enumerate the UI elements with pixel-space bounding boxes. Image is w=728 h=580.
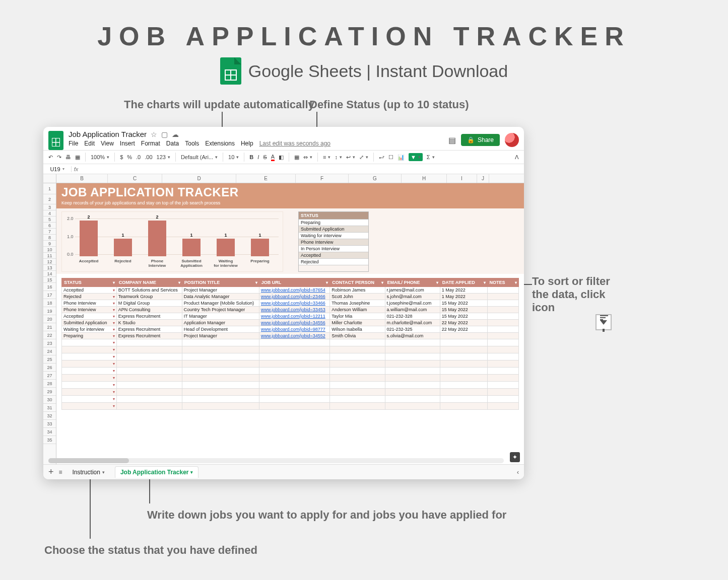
cell-url[interactable]: www.jobboard.com/jobid=12211: [259, 313, 329, 320]
cell-email[interactable]: m.charlotte@mail.com: [385, 320, 440, 326]
cell-date[interactable]: 15 May 2022: [440, 300, 487, 307]
cell-contact[interactable]: Taylor Mia: [330, 313, 385, 320]
comment-button[interactable]: ☐: [388, 154, 393, 161]
cell-company[interactable]: Express Recruitment: [116, 326, 182, 333]
share-button[interactable]: 🔒 Share: [461, 134, 500, 146]
row-header[interactable]: 28: [43, 380, 56, 388]
cell-empty[interactable]: [182, 339, 259, 346]
column-header[interactable]: I: [447, 174, 477, 183]
cell-empty[interactable]: [440, 346, 487, 353]
table-row[interactable]: [62, 346, 519, 353]
cell-url[interactable]: www.jobboard.com/jobid=33453: [259, 307, 329, 313]
cell-empty[interactable]: [330, 368, 385, 375]
cell-email[interactable]: s.john@mail.com: [385, 294, 440, 300]
format-percent[interactable]: %: [127, 154, 132, 160]
add-sheet-button[interactable]: +: [48, 467, 54, 477]
cell-position[interactable]: Project Manager: [182, 287, 259, 294]
menu-help[interactable]: Help: [241, 140, 253, 147]
cell-empty[interactable]: [182, 389, 259, 396]
sheets-app-icon[interactable]: [48, 131, 63, 150]
cell-empty[interactable]: [385, 353, 440, 360]
cell-contact[interactable]: Scott John: [330, 294, 385, 300]
cell-empty[interactable]: [259, 360, 329, 368]
cell-empty[interactable]: [182, 396, 259, 403]
cell-empty[interactable]: [440, 360, 487, 368]
column-header[interactable]: J: [477, 174, 489, 183]
cell-status[interactable]: [62, 353, 117, 360]
cell-empty[interactable]: [116, 389, 182, 396]
comments-icon[interactable]: ▤: [448, 135, 456, 145]
status-option[interactable]: Submitted Application: [299, 226, 368, 233]
cell-email[interactable]: t.josephine@mail.com: [385, 300, 440, 307]
v-align[interactable]: ↕: [335, 154, 342, 160]
table-header[interactable]: NOTES▾: [487, 278, 519, 287]
cell-empty[interactable]: [116, 403, 182, 410]
status-define-table[interactable]: STATUS PreparingSubmitted ApplicationWai…: [298, 211, 369, 272]
cell-empty[interactable]: [259, 346, 329, 353]
row-header[interactable]: 18: [43, 299, 56, 307]
row-header[interactable]: 23: [43, 339, 56, 347]
all-sheets-button[interactable]: ≡: [59, 469, 62, 476]
cell-status[interactable]: Waiting for interview: [62, 326, 117, 333]
cell-url[interactable]: www.jobboard.com/jobid=34552: [259, 333, 329, 339]
table-row[interactable]: RejectedTeamwork GroupData Analytic Mana…: [62, 294, 519, 300]
filter-button[interactable]: ▼: [409, 153, 423, 161]
cell-position[interactable]: Country Tech Project Manager: [182, 307, 259, 313]
table-header[interactable]: EMAIL/ PHONE▾: [385, 278, 440, 287]
cell-empty[interactable]: [487, 375, 519, 382]
cell-empty[interactable]: [385, 368, 440, 375]
cell-empty[interactable]: [440, 368, 487, 375]
cell-empty[interactable]: [259, 339, 329, 346]
column-header[interactable]: B: [56, 174, 108, 183]
cell-email[interactable]: r.james@mail.com: [385, 287, 440, 294]
cell-empty[interactable]: [385, 396, 440, 403]
cell-empty[interactable]: [116, 396, 182, 403]
text-wrap[interactable]: ↩: [346, 154, 355, 161]
cell-empty[interactable]: [440, 403, 487, 410]
cell-empty[interactable]: [487, 339, 519, 346]
cell-empty[interactable]: [487, 382, 519, 389]
folder-move-icon[interactable]: ▢: [161, 130, 168, 138]
font-size[interactable]: 10: [228, 154, 239, 160]
row-header[interactable]: 4: [43, 210, 56, 216]
filter-icon[interactable]: ▾: [381, 280, 383, 285]
cell-company[interactable]: APN Consulting: [116, 307, 182, 313]
cell-empty[interactable]: [330, 360, 385, 368]
strike-button[interactable]: S: [263, 154, 267, 160]
column-header[interactable]: D: [162, 174, 236, 183]
filter-icon[interactable]: ▾: [436, 280, 438, 285]
filter-icon[interactable]: ▾: [113, 280, 115, 285]
row-header[interactable]: 31: [43, 404, 56, 412]
row-header[interactable]: 17: [43, 291, 56, 299]
row-header[interactable]: 14: [43, 271, 56, 277]
undo-button[interactable]: ↶: [48, 154, 53, 161]
cell-empty[interactable]: [259, 382, 329, 389]
print-button[interactable]: 🖶: [65, 154, 71, 160]
menu-extensions[interactable]: Extensions: [205, 140, 235, 147]
cell-empty[interactable]: [487, 389, 519, 396]
table-header[interactable]: COMPANY NAME▾: [116, 278, 182, 287]
cell-date[interactable]: 1 May 2022: [440, 294, 487, 300]
cell-empty[interactable]: [259, 396, 329, 403]
table-row[interactable]: [62, 375, 519, 382]
row-header[interactable]: 27: [43, 372, 56, 380]
row-header[interactable]: 35: [43, 436, 56, 444]
table-row[interactable]: [62, 389, 519, 396]
cell-status[interactable]: [62, 389, 117, 396]
menu-view[interactable]: View: [101, 140, 114, 147]
cell-empty[interactable]: [385, 382, 440, 389]
column-header[interactable]: C: [108, 174, 162, 183]
cell-url[interactable]: www.jobboard.com/jobid=23466: [259, 294, 329, 300]
table-row[interactable]: Waiting for interviewExpress Recruitment…: [62, 326, 519, 333]
column-header[interactable]: H: [402, 174, 447, 183]
row-header[interactable]: 5: [43, 216, 56, 223]
tab-tracker[interactable]: Job Application Tracker▾: [115, 466, 199, 478]
column-header[interactable]: G: [349, 174, 402, 183]
cell-empty[interactable]: [330, 382, 385, 389]
cell-status[interactable]: Acceptted: [62, 313, 117, 320]
row-header[interactable]: 2: [43, 194, 56, 204]
row-header[interactable]: 32: [43, 412, 56, 420]
table-row[interactable]: [62, 396, 519, 403]
star-icon[interactable]: ☆: [151, 130, 157, 138]
row-header[interactable]: 13: [43, 265, 56, 271]
